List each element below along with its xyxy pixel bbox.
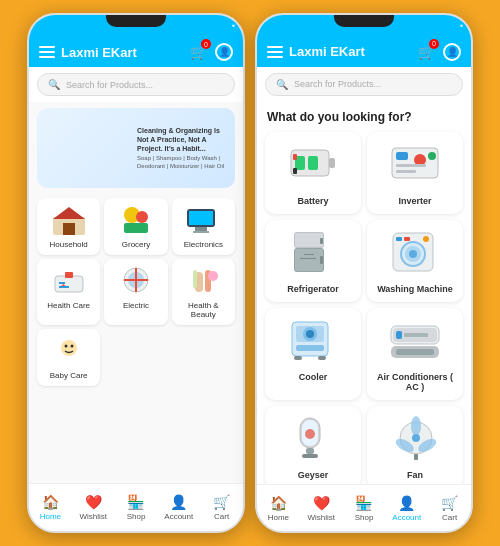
product-battery[interactable]: Battery bbox=[265, 132, 361, 214]
svg-rect-21 bbox=[193, 270, 197, 288]
category-electric[interactable]: Electric bbox=[104, 259, 167, 325]
svg-rect-39 bbox=[295, 233, 323, 247]
svg-point-22 bbox=[208, 271, 218, 281]
header-right-section: 🛒 0 👤 bbox=[190, 43, 233, 61]
app-title-right: Laxmi EKart bbox=[289, 44, 365, 59]
healthcare-label: Health Care bbox=[47, 301, 90, 310]
category-grid: Household Grocery Electronics + bbox=[29, 194, 243, 390]
product-grid: Battery Inverter Refrigerator bbox=[257, 128, 471, 484]
category-baby[interactable]: Baby Care bbox=[37, 329, 100, 386]
svg-point-68 bbox=[305, 429, 315, 439]
account-nav-icon: 👤 bbox=[170, 494, 187, 510]
search-placeholder-right: Search for Products... bbox=[294, 79, 381, 89]
svg-rect-69 bbox=[306, 448, 314, 454]
banner-products bbox=[43, 135, 133, 161]
status-icons-right: ▪ bbox=[460, 21, 463, 30]
svg-rect-2 bbox=[63, 223, 75, 235]
svg-rect-31 bbox=[293, 168, 297, 174]
electronics-label: Electronics bbox=[184, 240, 223, 249]
nav-cart-left[interactable]: 🛒 Cart bbox=[200, 484, 243, 531]
baby-label: Baby Care bbox=[50, 371, 88, 380]
svg-rect-57 bbox=[296, 345, 324, 351]
beauty-label: Health & Beauty bbox=[176, 301, 231, 319]
nav-account-left[interactable]: 👤 Account bbox=[157, 484, 200, 531]
app-title-left: Laxmi EKart bbox=[61, 45, 137, 60]
product-refrigerator[interactable]: Refrigerator bbox=[265, 220, 361, 302]
nav-cart-right[interactable]: 🛒 Cart bbox=[428, 485, 471, 531]
banner-title: Cleaning & Organizing Is Not A Practice,… bbox=[137, 126, 229, 153]
svg-rect-76 bbox=[414, 454, 418, 460]
svg-rect-9 bbox=[193, 231, 209, 233]
home-nav-label-right: Home bbox=[268, 513, 289, 522]
svg-rect-27 bbox=[329, 158, 335, 168]
category-household[interactable]: Household bbox=[37, 198, 100, 255]
shop-nav-icon-right: 🏪 bbox=[355, 495, 372, 511]
home-nav-label: Home bbox=[40, 512, 61, 521]
product-ac[interactable]: Air Conditioners ( AC ) bbox=[367, 308, 463, 400]
nav-home-left[interactable]: 🏠 Home bbox=[29, 484, 72, 531]
wishlist-nav-icon: ❤️ bbox=[85, 494, 102, 510]
banner: Cleaning & Organizing Is Not A Practice,… bbox=[37, 108, 235, 188]
svg-rect-13 bbox=[59, 282, 65, 284]
svg-rect-29 bbox=[308, 156, 318, 170]
svg-point-24 bbox=[64, 345, 67, 348]
phone-right: ▪ Laxmi EKart 🛒 0 👤 bbox=[255, 13, 473, 533]
geyser-img bbox=[283, 414, 343, 464]
nav-wishlist-left[interactable]: ❤️ Wishlist bbox=[72, 484, 115, 531]
banner-text: Cleaning & Organizing Is Not A Practice,… bbox=[133, 126, 229, 171]
nav-shop-right[interactable]: 🏪 Shop bbox=[343, 485, 386, 531]
product-geyser[interactable]: Geyser bbox=[265, 406, 361, 484]
product-washing-machine[interactable]: Washing Machine bbox=[367, 220, 463, 302]
notch-left bbox=[106, 15, 166, 27]
nav-account-right[interactable]: 👤 Account bbox=[385, 485, 428, 531]
search-input-right[interactable]: 🔍 Search for Products... bbox=[265, 73, 463, 96]
svg-rect-37 bbox=[396, 170, 416, 173]
product-cooler[interactable]: Cooler bbox=[265, 308, 361, 400]
category-grocery[interactable]: Grocery bbox=[104, 198, 167, 255]
svg-rect-59 bbox=[318, 356, 326, 360]
search-input-left[interactable]: 🔍 Search for Products... bbox=[37, 73, 235, 96]
home-nav-icon: 🏠 bbox=[42, 494, 59, 510]
product-bottle-4 bbox=[73, 137, 81, 161]
svg-rect-62 bbox=[396, 331, 402, 339]
household-label: Household bbox=[50, 240, 88, 249]
fan-img bbox=[385, 414, 445, 464]
washing-machine-img bbox=[385, 228, 445, 278]
header-left-section: Laxmi EKart bbox=[39, 45, 137, 60]
svg-rect-58 bbox=[294, 356, 302, 360]
inverter-img bbox=[385, 140, 445, 190]
grocery-img bbox=[116, 204, 156, 236]
category-electronics[interactable]: Electronics bbox=[172, 198, 235, 255]
user-icon-right[interactable]: 👤 bbox=[443, 43, 461, 61]
nav-wishlist-right[interactable]: ❤️ Wishlist bbox=[300, 485, 343, 531]
category-healthcare[interactable]: + Health Care bbox=[37, 259, 100, 325]
cart-nav-label: Cart bbox=[214, 512, 229, 521]
user-icon-left[interactable]: 👤 bbox=[215, 43, 233, 61]
home-nav-icon-right: 🏠 bbox=[270, 495, 287, 511]
electric-label: Electric bbox=[123, 301, 149, 310]
svg-point-23 bbox=[61, 340, 77, 356]
category-beauty[interactable]: Health & Beauty bbox=[172, 259, 235, 325]
nav-home-right[interactable]: 🏠 Home bbox=[257, 485, 300, 531]
phone1-content: Cleaning & Organizing Is Not A Practice,… bbox=[29, 102, 243, 483]
wishlist-nav-label-right: Wishlist bbox=[307, 513, 335, 522]
svg-point-49 bbox=[409, 250, 417, 258]
hamburger-menu-right[interactable] bbox=[267, 46, 283, 58]
search-bar-right: 🔍 Search for Products... bbox=[257, 67, 471, 102]
battery-icon: ▪ bbox=[232, 21, 235, 30]
svg-rect-70 bbox=[302, 454, 318, 458]
svg-point-75 bbox=[412, 434, 420, 442]
cart-nav-label-right: Cart bbox=[442, 513, 457, 522]
svg-rect-8 bbox=[195, 227, 207, 231]
hamburger-menu[interactable] bbox=[39, 46, 55, 58]
cart-icon-wrap[interactable]: 🛒 0 bbox=[190, 43, 207, 61]
svg-point-25 bbox=[70, 345, 73, 348]
header-right-left-section: Laxmi EKart bbox=[267, 44, 365, 59]
healthcare-img: + bbox=[49, 265, 89, 297]
nav-shop-left[interactable]: 🏪 Shop bbox=[115, 484, 158, 531]
product-fan[interactable]: Fan bbox=[367, 406, 463, 484]
product-inverter[interactable]: Inverter bbox=[367, 132, 463, 214]
product-bottle-6 bbox=[93, 139, 101, 161]
cart-icon-wrap-right[interactable]: 🛒 0 bbox=[418, 43, 435, 61]
cart-nav-icon: 🛒 bbox=[213, 494, 230, 510]
